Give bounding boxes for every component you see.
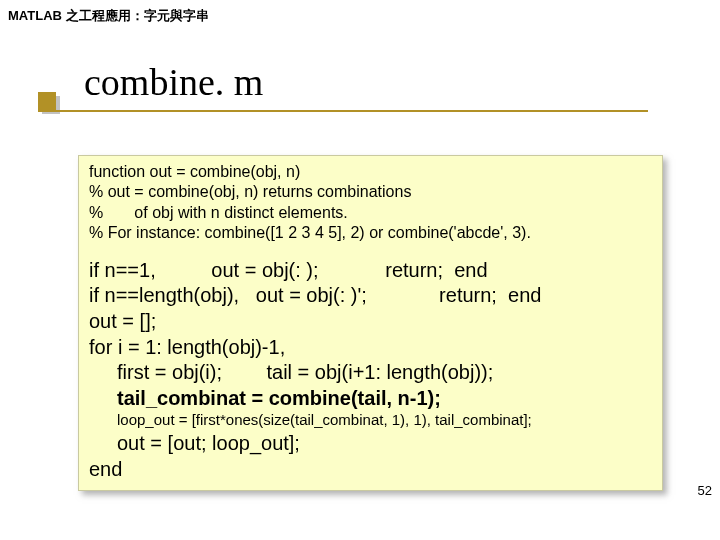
code-line: if n==length(obj), out = obj(: )'; retur… [89,283,652,309]
code-box: function out = combine(obj, n) % out = c… [78,155,663,491]
code-body-block: if n==1, out = obj(: ); return; end if n… [89,258,652,412]
code-line-recursive: tail_combinat = combine(tail, n-1); [89,386,652,412]
function-header-block: function out = combine(obj, n) % out = c… [89,162,652,244]
title-area: combine. m [38,60,720,114]
code-line: out = []; [89,309,652,335]
code-line: function out = combine(obj, n) [89,162,652,182]
code-tail-block: out = [out; loop_out]; end [89,430,652,482]
slide-header: MATLAB 之工程應用：字元與字串 [0,0,720,32]
code-line: if n==1, out = obj(: ); return; end [89,258,652,284]
code-line: % of obj with n distinct elements. [89,203,652,223]
code-line: for i = 1: length(obj)-1, [89,335,652,361]
code-line: first = obj(i); tail = obj(i+1: length(o… [89,360,652,386]
slide-title: combine. m [84,60,263,104]
code-line: % out = combine(obj, n) returns combinat… [89,182,652,202]
code-line: loop_out = [first*ones(size(tail_combina… [89,411,652,430]
title-underline [38,110,648,112]
code-line: end [89,456,652,482]
code-line: % For instance: combine([1 2 3 4 5], 2) … [89,223,652,243]
page-number: 52 [698,483,712,498]
title-bullet-icon [38,92,56,110]
code-line: out = [out; loop_out]; [89,430,652,456]
